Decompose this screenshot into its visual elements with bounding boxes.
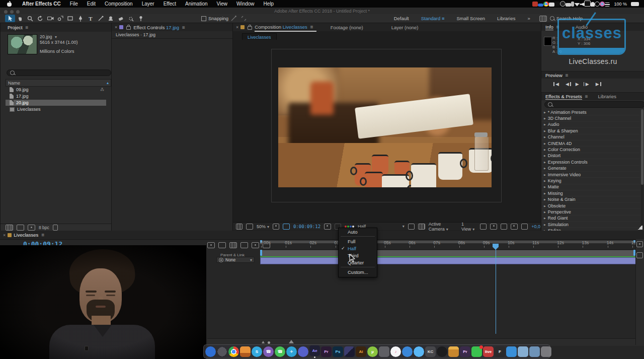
dock-gray-app[interactable] (379, 346, 389, 357)
workspace-libraries[interactable]: Libraries (497, 16, 515, 21)
fast-previews-icon[interactable] (490, 224, 497, 230)
frame-blending-icon[interactable] (240, 242, 248, 248)
menubar-item[interactable]: Composition (105, 1, 133, 7)
menubar-item[interactable]: View (217, 1, 228, 7)
disclosure-triangle-icon[interactable]: ▶ (544, 111, 546, 114)
effects-category-row[interactable]: ▶ Audio (541, 122, 640, 128)
dock-honey-app[interactable] (448, 346, 459, 357)
snapping-checkbox[interactable] (201, 16, 206, 21)
sort-arrow-icon[interactable]: ▴ (107, 81, 109, 85)
disclosure-triangle-icon[interactable]: ▶ (544, 135, 546, 138)
menu-item-auto[interactable]: Auto (339, 228, 377, 235)
zoom-level-dropdown[interactable]: 50%▾ (257, 224, 269, 229)
menu-item-full[interactable]: Full (339, 238, 377, 245)
dock-safari[interactable] (414, 346, 424, 357)
menubar-item[interactable]: Window (236, 1, 255, 7)
dock-premiere-beta[interactable]: Pr (460, 346, 470, 357)
display-icon[interactable] (549, 3, 554, 7)
dock-live[interactable]: live (483, 346, 494, 357)
info-tab[interactable]: Info (545, 24, 553, 30)
disclosure-triangle-icon[interactable]: ▶ (544, 142, 546, 145)
workspace-default[interactable]: Default (394, 16, 409, 21)
app-red-icon[interactable] (532, 2, 538, 7)
airplay-icon[interactable] (566, 3, 571, 7)
work-area-start-handle[interactable] (260, 250, 262, 256)
disclosure-triangle-icon[interactable]: ▶ (544, 117, 546, 120)
view-layout-dropdown[interactable]: 1 View▾ (461, 222, 476, 232)
chrome-icon[interactable] (543, 2, 549, 7)
dock-video-app[interactable] (344, 346, 355, 357)
pixel-aspect-icon[interactable] (480, 224, 487, 230)
clone-stamp-tool-icon[interactable] (106, 15, 116, 22)
effects-category-row[interactable]: ▶ Perspective (541, 209, 640, 215)
snap-option2-icon[interactable] (238, 15, 249, 22)
viewer-timecode[interactable]: 0:00:09:12 (293, 224, 320, 229)
effects-category-row[interactable]: ▶ Missing (541, 190, 640, 196)
shape-tool-icon[interactable] (65, 15, 75, 22)
snapshot-camera-icon[interactable] (324, 224, 331, 230)
close-panel-icon[interactable]: × (236, 25, 238, 30)
effects-category-row[interactable]: ▶ Noise & Grain (541, 196, 640, 202)
dock-facetime[interactable] (471, 346, 482, 357)
effects-category-row[interactable]: ▶ Matte (541, 184, 640, 190)
effect-controls-tab[interactable]: Effect Controls (133, 25, 165, 30)
effects-category-row[interactable]: ▶ Obsolete (541, 203, 640, 209)
user-icon[interactable] (591, 2, 595, 7)
always-preview-icon[interactable] (236, 224, 243, 230)
time-ruler[interactable]: 0:00s01s02s03s04s05s06s07s08s09s10s11s12… (260, 240, 636, 250)
roto-brush-tool-icon[interactable] (126, 15, 136, 22)
lock-icon[interactable] (126, 26, 131, 30)
menubar-item[interactable]: Help (264, 1, 274, 7)
dock-skype[interactable]: S (252, 346, 262, 357)
disclosure-triangle-icon[interactable]: ▶ (544, 161, 546, 164)
zoom-out-mountain-icon[interactable] (262, 341, 265, 343)
project-row-liveclasses[interactable]: Liveclasses (6, 106, 106, 112)
dock-keyboard-app[interactable]: KC (425, 346, 436, 357)
input-source-icon[interactable] (584, 1, 591, 7)
menu-item-third[interactable]: Third (339, 252, 377, 259)
effects-scrollbar-thumb[interactable] (641, 109, 643, 185)
dock-after-effects[interactable]: Ae (309, 345, 320, 356)
menubar-item[interactable]: Edit (87, 1, 96, 7)
previous-frame-button[interactable]: ◀ (565, 82, 570, 87)
composition-viewer[interactable] (233, 40, 540, 223)
effects-category-row[interactable]: ▶ Simulation (541, 222, 640, 228)
brush-tool-icon[interactable] (96, 15, 106, 22)
pan-behind-tool-icon[interactable] (55, 15, 65, 22)
region-of-interest-icon[interactable] (408, 224, 415, 230)
close-panel-icon[interactable]: × (3, 233, 6, 238)
libraries-tab[interactable]: Libraries (598, 94, 616, 99)
preview-menu-icon[interactable]: ≡ (566, 73, 569, 78)
project-search-input[interactable] (7, 69, 111, 76)
dock-discord[interactable] (298, 346, 308, 357)
comp-button-icon[interactable] (636, 252, 643, 258)
mask-visibility-icon[interactable] (283, 224, 289, 230)
new-composition-icon[interactable] (28, 225, 35, 231)
play-button[interactable]: ▶ (575, 82, 580, 87)
workspace-small-screen[interactable]: Small Screen (456, 16, 485, 21)
interpret-footage-icon[interactable] (6, 225, 13, 231)
project-row-17jpg[interactable]: 17.jpg (6, 93, 106, 99)
dock-stats-folder[interactable] (529, 346, 540, 357)
project-bit-depth[interactable]: 8 bpc (39, 225, 49, 230)
first-frame-button[interactable]: ◀ (554, 82, 560, 87)
app-blue-icon[interactable] (538, 4, 543, 7)
docker-icon[interactable] (554, 2, 560, 7)
disclosure-triangle-icon[interactable]: ▶ (544, 173, 546, 176)
composition-menu-icon[interactable]: ≡ (310, 24, 313, 30)
dock-trash[interactable] (541, 346, 551, 357)
hide-shy-layers-icon[interactable] (229, 242, 237, 248)
project-panel-menu-icon[interactable]: ≡ (26, 25, 29, 30)
notification-center-icon[interactable] (605, 3, 610, 7)
apple-icon[interactable] (7, 2, 12, 7)
disclosure-triangle-icon[interactable]: ▶ (544, 217, 546, 220)
selection-tool-icon[interactable] (5, 15, 15, 22)
disclosure-triangle-icon[interactable]: ▶ (544, 129, 546, 132)
wifi-icon[interactable] (574, 3, 580, 7)
dock-telegram[interactable]: ✈ (286, 346, 297, 357)
siri-icon[interactable] (600, 2, 605, 7)
wordpress-icon[interactable] (560, 1, 566, 7)
grid-guides-icon[interactable] (273, 224, 279, 230)
next-frame-button[interactable]: ▶ (585, 82, 590, 87)
snap-option-icon[interactable] (228, 15, 238, 22)
